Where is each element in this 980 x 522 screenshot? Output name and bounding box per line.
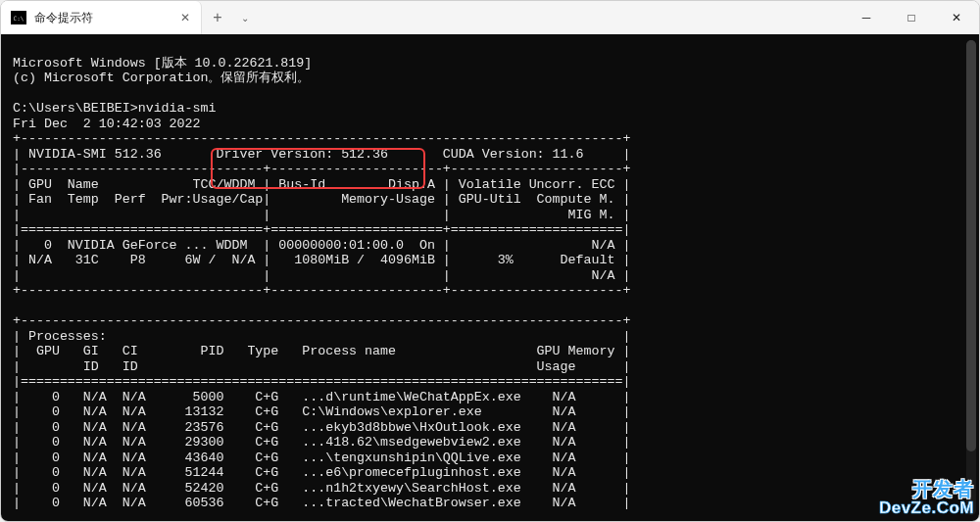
tab-title: 命令提示符: [34, 10, 93, 26]
close-button[interactable]: ✕: [934, 1, 979, 34]
scrollbar-thumb[interactable]: [966, 40, 976, 451]
window-controls: ─ □ ✕: [844, 1, 979, 34]
minimize-button[interactable]: ─: [844, 1, 889, 34]
scrollbar[interactable]: [966, 40, 976, 515]
tab-close-button[interactable]: ✕: [177, 10, 193, 25]
tab-cmd[interactable]: 命令提示符 ✕: [1, 1, 202, 34]
cmd-icon: [11, 11, 26, 24]
maximize-button[interactable]: □: [889, 1, 934, 34]
terminal-area[interactable]: Microsoft Windows [版本 10.0.22621.819] (c…: [1, 34, 979, 521]
titlebar: 命令提示符 ✕ + ⌄ ─ □ ✕: [1, 1, 979, 34]
tab-dropdown-button[interactable]: ⌄: [233, 1, 257, 34]
terminal-output: Microsoft Windows [版本 10.0.22621.819] (c…: [1, 34, 979, 517]
new-tab-button[interactable]: +: [202, 1, 233, 34]
app-window: 命令提示符 ✕ + ⌄ ─ □ ✕ Microsoft Windows [版本 …: [0, 0, 980, 522]
